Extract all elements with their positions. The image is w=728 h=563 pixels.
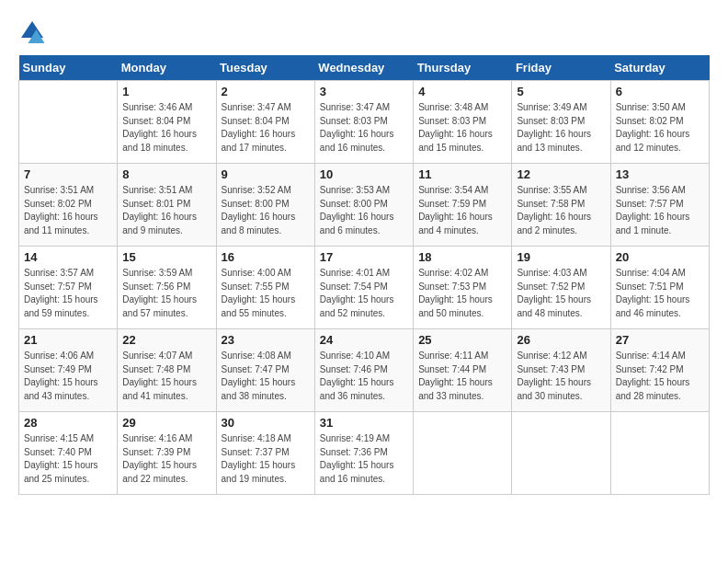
calendar-cell: 29Sunrise: 4:16 AM Sunset: 7:39 PM Dayli… <box>118 412 216 495</box>
svg-marker-0 <box>21 21 43 38</box>
calendar-cell: 20Sunrise: 4:04 AM Sunset: 7:51 PM Dayli… <box>610 247 709 329</box>
calendar-cell: 14Sunrise: 3:57 AM Sunset: 7:57 PM Dayli… <box>19 247 118 329</box>
day-number: 28 <box>24 416 112 430</box>
calendar-cell: 13Sunrise: 3:56 AM Sunset: 7:57 PM Dayli… <box>610 164 709 247</box>
day-number: 12 <box>517 167 605 181</box>
day-number: 4 <box>418 85 506 98</box>
day-info: Sunrise: 4:11 AM Sunset: 7:44 PM Dayligh… <box>418 350 506 403</box>
day-number: 30 <box>222 416 310 430</box>
day-info: Sunrise: 4:16 AM Sunset: 7:39 PM Dayligh… <box>122 432 210 486</box>
day-number: 2 <box>222 85 310 98</box>
page-header <box>18 18 710 46</box>
day-number: 6 <box>616 85 704 98</box>
day-number: 26 <box>517 333 605 347</box>
calendar-cell: 7Sunrise: 3:51 AM Sunset: 8:02 PM Daylig… <box>19 164 118 247</box>
day-info: Sunrise: 4:02 AM Sunset: 7:53 PM Dayligh… <box>418 267 506 320</box>
day-info: Sunrise: 3:50 AM Sunset: 8:02 PM Dayligh… <box>616 101 704 155</box>
calendar-cell: 18Sunrise: 4:02 AM Sunset: 7:53 PM Dayli… <box>414 247 512 329</box>
calendar-cell: 16Sunrise: 4:00 AM Sunset: 7:55 PM Dayli… <box>216 247 314 329</box>
day-info: Sunrise: 4:03 AM Sunset: 7:52 PM Dayligh… <box>517 267 605 320</box>
day-info: Sunrise: 3:47 AM Sunset: 8:04 PM Dayligh… <box>222 101 310 155</box>
calendar-cell <box>414 412 512 495</box>
day-number: 29 <box>122 416 210 430</box>
calendar-cell: 5Sunrise: 3:49 AM Sunset: 8:03 PM Daylig… <box>512 81 610 164</box>
day-info: Sunrise: 4:00 AM Sunset: 7:55 PM Dayligh… <box>222 267 310 320</box>
calendar-cell: 26Sunrise: 4:12 AM Sunset: 7:43 PM Dayli… <box>512 329 610 412</box>
day-number: 17 <box>320 250 408 264</box>
day-number: 13 <box>616 167 704 181</box>
day-info: Sunrise: 4:01 AM Sunset: 7:54 PM Dayligh… <box>320 267 408 320</box>
day-info: Sunrise: 4:08 AM Sunset: 7:47 PM Dayligh… <box>222 350 310 403</box>
calendar-week-row: 1Sunrise: 3:46 AM Sunset: 8:04 PM Daylig… <box>19 81 710 164</box>
calendar-cell: 17Sunrise: 4:01 AM Sunset: 7:54 PM Dayli… <box>314 247 413 329</box>
day-info: Sunrise: 3:51 AM Sunset: 8:02 PM Dayligh… <box>24 184 112 237</box>
day-number: 27 <box>616 333 704 347</box>
day-info: Sunrise: 4:15 AM Sunset: 7:40 PM Dayligh… <box>24 432 112 486</box>
weekday-header-row: SundayMondayTuesdayWednesdayThursdayFrid… <box>19 55 710 81</box>
day-info: Sunrise: 3:56 AM Sunset: 7:57 PM Dayligh… <box>616 184 704 237</box>
calendar-cell: 2Sunrise: 3:47 AM Sunset: 8:04 PM Daylig… <box>216 81 314 164</box>
calendar-cell: 19Sunrise: 4:03 AM Sunset: 7:52 PM Dayli… <box>512 247 610 329</box>
day-number: 19 <box>517 250 605 264</box>
logo <box>18 18 50 46</box>
calendar-cell: 4Sunrise: 3:48 AM Sunset: 8:03 PM Daylig… <box>414 81 512 164</box>
day-info: Sunrise: 4:19 AM Sunset: 7:36 PM Dayligh… <box>320 432 408 486</box>
day-number: 9 <box>222 167 310 181</box>
weekday-header-tuesday: Tuesday <box>216 55 314 81</box>
calendar-cell <box>19 81 118 164</box>
day-info: Sunrise: 4:14 AM Sunset: 7:42 PM Dayligh… <box>616 350 704 403</box>
day-number: 31 <box>320 416 408 430</box>
calendar-cell: 1Sunrise: 3:46 AM Sunset: 8:04 PM Daylig… <box>118 81 216 164</box>
calendar-cell <box>512 412 610 495</box>
day-number: 25 <box>418 333 506 347</box>
day-number: 24 <box>320 333 408 347</box>
day-info: Sunrise: 3:59 AM Sunset: 7:56 PM Dayligh… <box>122 267 210 320</box>
weekday-header-sunday: Sunday <box>19 55 118 81</box>
day-number: 5 <box>517 85 605 98</box>
day-info: Sunrise: 3:47 AM Sunset: 8:03 PM Dayligh… <box>320 101 408 155</box>
calendar-cell: 31Sunrise: 4:19 AM Sunset: 7:36 PM Dayli… <box>314 412 413 495</box>
calendar-cell <box>610 412 709 495</box>
calendar-cell: 28Sunrise: 4:15 AM Sunset: 7:40 PM Dayli… <box>19 412 118 495</box>
day-number: 8 <box>122 167 210 181</box>
day-number: 22 <box>122 333 210 347</box>
calendar-cell: 11Sunrise: 3:54 AM Sunset: 7:59 PM Dayli… <box>414 164 512 247</box>
day-info: Sunrise: 3:54 AM Sunset: 7:59 PM Dayligh… <box>418 184 506 237</box>
day-number: 23 <box>222 333 310 347</box>
day-info: Sunrise: 3:51 AM Sunset: 8:01 PM Dayligh… <box>122 184 210 237</box>
calendar-table: SundayMondayTuesdayWednesdayThursdayFrid… <box>18 55 710 495</box>
day-info: Sunrise: 4:10 AM Sunset: 7:46 PM Dayligh… <box>320 350 408 403</box>
day-info: Sunrise: 4:06 AM Sunset: 7:49 PM Dayligh… <box>24 350 112 403</box>
day-info: Sunrise: 3:48 AM Sunset: 8:03 PM Dayligh… <box>418 101 506 155</box>
day-info: Sunrise: 3:55 AM Sunset: 7:58 PM Dayligh… <box>517 184 605 237</box>
calendar-week-row: 21Sunrise: 4:06 AM Sunset: 7:49 PM Dayli… <box>19 329 710 412</box>
calendar-cell: 27Sunrise: 4:14 AM Sunset: 7:42 PM Dayli… <box>610 329 709 412</box>
day-number: 18 <box>418 250 506 264</box>
weekday-header-monday: Monday <box>118 55 216 81</box>
weekday-header-saturday: Saturday <box>610 55 709 81</box>
calendar-week-row: 14Sunrise: 3:57 AM Sunset: 7:57 PM Dayli… <box>19 247 710 329</box>
weekday-header-wednesday: Wednesday <box>314 55 413 81</box>
day-number: 3 <box>320 85 408 98</box>
day-info: Sunrise: 3:49 AM Sunset: 8:03 PM Dayligh… <box>517 101 605 155</box>
calendar-cell: 10Sunrise: 3:53 AM Sunset: 8:00 PM Dayli… <box>314 164 413 247</box>
weekday-header-friday: Friday <box>512 55 610 81</box>
calendar-cell: 6Sunrise: 3:50 AM Sunset: 8:02 PM Daylig… <box>610 81 709 164</box>
logo-icon <box>18 18 46 46</box>
calendar-cell: 21Sunrise: 4:06 AM Sunset: 7:49 PM Dayli… <box>19 329 118 412</box>
calendar-cell: 23Sunrise: 4:08 AM Sunset: 7:47 PM Dayli… <box>216 329 314 412</box>
calendar-week-row: 28Sunrise: 4:15 AM Sunset: 7:40 PM Dayli… <box>19 412 710 495</box>
day-number: 1 <box>122 85 210 98</box>
day-info: Sunrise: 3:57 AM Sunset: 7:57 PM Dayligh… <box>24 267 112 320</box>
calendar-week-row: 7Sunrise: 3:51 AM Sunset: 8:02 PM Daylig… <box>19 164 710 247</box>
day-number: 20 <box>616 250 704 264</box>
calendar-cell: 30Sunrise: 4:18 AM Sunset: 7:37 PM Dayli… <box>216 412 314 495</box>
day-info: Sunrise: 4:07 AM Sunset: 7:48 PM Dayligh… <box>122 350 210 403</box>
calendar-cell: 12Sunrise: 3:55 AM Sunset: 7:58 PM Dayli… <box>512 164 610 247</box>
calendar-cell: 8Sunrise: 3:51 AM Sunset: 8:01 PM Daylig… <box>118 164 216 247</box>
calendar-cell: 24Sunrise: 4:10 AM Sunset: 7:46 PM Dayli… <box>314 329 413 412</box>
day-number: 21 <box>24 333 112 347</box>
day-number: 10 <box>320 167 408 181</box>
day-info: Sunrise: 4:04 AM Sunset: 7:51 PM Dayligh… <box>616 267 704 320</box>
day-info: Sunrise: 4:12 AM Sunset: 7:43 PM Dayligh… <box>517 350 605 403</box>
